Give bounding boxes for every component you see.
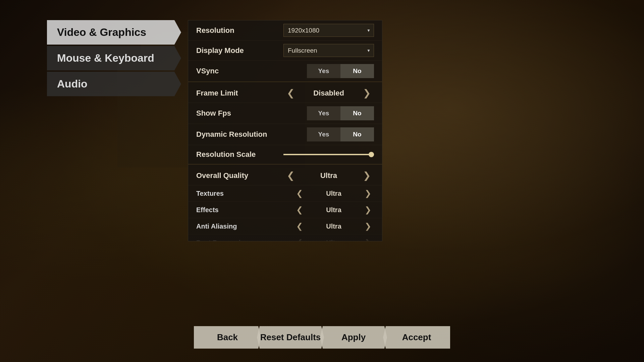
display-mode-control: Fullscreen Windowed Borderless <box>283 44 374 57</box>
ui-container: Video & Graphics Mouse & Keyboard Audio … <box>0 0 644 362</box>
vsync-no-button[interactable]: No <box>340 64 374 78</box>
dynamic-resolution-control: Yes No <box>307 127 374 141</box>
vsync-yes-button[interactable]: Yes <box>307 64 340 78</box>
frame-limit-label: Frame Limit <box>196 89 283 98</box>
frame-limit-value: Disabled <box>305 89 352 98</box>
anti-aliasing-value: Ultra <box>314 223 354 230</box>
apply-button[interactable]: Apply <box>320 326 387 349</box>
nav-panel: Video & Graphics Mouse & Keyboard Audio <box>47 20 181 96</box>
post-processing-prev-button[interactable]: ❮ <box>293 237 306 241</box>
anti-aliasing-label: Anti Aliasing <box>196 223 293 230</box>
settings-panel: Resolution 644x362 2560x1440 1280x720 … <box>188 20 382 241</box>
resolution-label: Resolution <box>196 26 283 35</box>
effects-next-button[interactable]: ❯ <box>362 204 374 215</box>
overall-quality-row: Overall Quality ❮ Ultra ❯ <box>188 166 382 185</box>
resolution-control: 644x362 2560x1440 1280x720 <box>283 24 374 37</box>
sidebar-item-video-graphics[interactable]: Video & Graphics <box>47 20 181 45</box>
effects-control: ❮ Ultra ❯ <box>293 204 374 215</box>
anti-aliasing-prev-button[interactable]: ❮ <box>293 221 306 232</box>
textures-label: Textures <box>196 190 293 197</box>
anti-aliasing-control: ❮ Ultra ❯ <box>293 221 374 232</box>
sidebar-item-label: Audio <box>57 78 88 90</box>
resolution-scale-row: Resolution Scale <box>188 145 382 165</box>
overall-quality-value: Ultra <box>305 171 352 180</box>
anti-aliasing-row: Anti Aliasing ❮ Ultra ❯ <box>188 218 382 235</box>
effects-row: Effects ❮ Ultra ❯ <box>188 202 382 218</box>
frame-limit-next-button[interactable]: ❯ <box>360 87 374 99</box>
sidebar-item-audio[interactable]: Audio <box>47 72 181 96</box>
textures-row: Textures ❮ Ultra ❯ <box>188 185 382 202</box>
anti-aliasing-next-button[interactable]: ❯ <box>362 221 374 232</box>
post-processing-row: Post Processing ❮ Ultra ❯ <box>188 235 382 241</box>
display-mode-row: Display Mode Fullscreen Windowed Borderl… <box>188 41 382 61</box>
effects-value: Ultra <box>314 206 354 214</box>
settings-scroll: Resolution 644x362 2560x1440 1280x720 … <box>188 20 382 241</box>
effects-prev-button[interactable]: ❮ <box>293 204 306 215</box>
sidebar-item-mouse-keyboard[interactable]: Mouse & Keyboard <box>47 46 181 70</box>
textures-value: Ultra <box>314 190 354 197</box>
post-processing-label: Post Processing <box>196 239 293 242</box>
post-processing-control: ❮ Ultra ❯ <box>293 237 374 241</box>
overall-quality-label: Overall Quality <box>196 171 283 180</box>
dynamic-resolution-yes-button[interactable]: Yes <box>307 127 340 141</box>
overall-quality-prev-button[interactable]: ❮ <box>283 170 298 182</box>
frame-limit-prev-button[interactable]: ❮ <box>283 87 298 99</box>
textures-prev-button[interactable]: ❮ <box>293 188 306 199</box>
vsync-row: VSync Yes No <box>188 61 382 82</box>
bottom-bar: Back Reset Defaults Apply Accept <box>0 319 644 362</box>
resolution-scale-control <box>283 154 374 155</box>
reset-defaults-button[interactable]: Reset Defaults <box>257 326 324 349</box>
sidebar-item-label: Mouse & Keyboard <box>57 52 154 64</box>
display-mode-dropdown[interactable]: Fullscreen Windowed Borderless <box>283 44 374 57</box>
post-processing-next-button[interactable]: ❯ <box>362 237 374 241</box>
dynamic-resolution-no-button[interactable]: No <box>340 127 374 141</box>
display-mode-label: Display Mode <box>196 46 283 55</box>
sidebar-item-label: Video & Graphics <box>57 26 146 39</box>
post-processing-value: Ultra <box>314 239 354 242</box>
frame-limit-row: Frame Limit ❮ Disabled ❯ <box>188 83 382 103</box>
main-area: Video & Graphics Mouse & Keyboard Audio … <box>0 0 644 319</box>
vsync-label: VSync <box>196 67 307 75</box>
show-fps-yes-button[interactable]: Yes <box>307 106 340 120</box>
show-fps-row: Show Fps Yes No <box>188 103 382 124</box>
textures-next-button[interactable]: ❯ <box>362 188 374 199</box>
effects-label: Effects <box>196 206 293 214</box>
show-fps-control: Yes No <box>307 106 374 120</box>
resolution-scale-label: Resolution Scale <box>196 150 283 159</box>
overall-quality-next-button[interactable]: ❯ <box>360 170 374 182</box>
show-fps-no-button[interactable]: No <box>340 106 374 120</box>
frame-limit-control: ❮ Disabled ❯ <box>283 87 374 99</box>
resolution-row: Resolution 644x362 2560x1440 1280x720 <box>188 20 382 41</box>
show-fps-label: Show Fps <box>196 109 307 118</box>
quality-rows: Textures ❮ Ultra ❯ Effects ❮ Ultra <box>188 185 382 241</box>
dynamic-resolution-row: Dynamic Resolution Yes No <box>188 124 382 145</box>
accept-button[interactable]: Accept <box>383 326 450 349</box>
resolution-dropdown[interactable]: 644x362 2560x1440 1280x720 <box>283 24 374 37</box>
dynamic-resolution-label: Dynamic Resolution <box>196 130 307 139</box>
overall-quality-control: ❮ Ultra ❯ <box>283 170 374 182</box>
textures-control: ❮ Ultra ❯ <box>293 188 374 199</box>
vsync-control: Yes No <box>307 64 374 78</box>
resolution-scale-slider[interactable] <box>283 154 374 155</box>
back-button[interactable]: Back <box>194 326 261 349</box>
